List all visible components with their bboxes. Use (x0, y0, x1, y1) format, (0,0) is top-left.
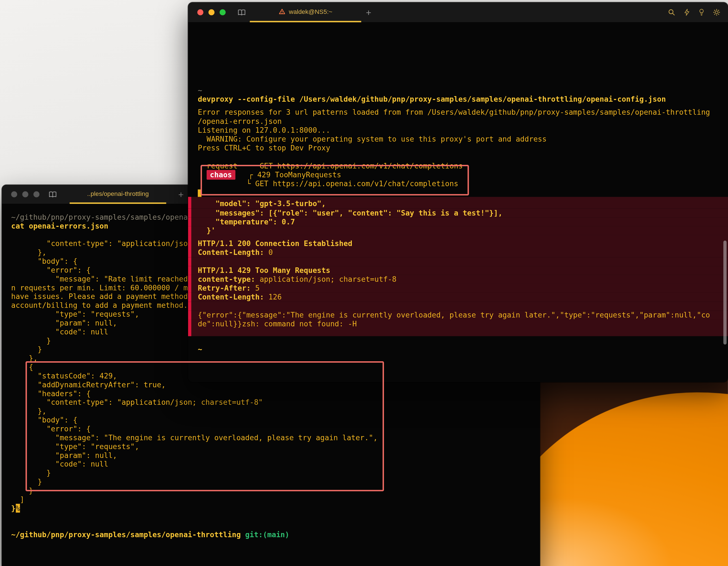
close-button[interactable] (11, 191, 17, 198)
tab-title: waldek@NS5:~ (289, 8, 332, 15)
terminal-line: de":null}}zsh: command not found: -H (188, 319, 728, 336)
zoom-button[interactable] (34, 191, 40, 198)
terminal-text: "messages": [{"role": "user", "content":… (198, 208, 503, 217)
terminal-text: } (11, 504, 16, 513)
terminal-line: Error responses for 3 url patterns loade… (198, 104, 719, 117)
terminal-text: ~ (198, 345, 202, 354)
annotation-rect-chaos (201, 165, 469, 196)
terminal-text: HTTP/1.1 429 Too Many Requests (198, 266, 330, 275)
terminal-line (188, 302, 728, 311)
book-icon[interactable] (48, 191, 57, 198)
terminal-line: Press CTRL+C to stop Dev Proxy (198, 144, 719, 152)
terminal-text: "temperature": 0.7 (198, 217, 295, 226)
terminal-text: /openai-errors.json (198, 117, 282, 126)
tab-openai-throttling[interactable]: ..ples/openai-throttling (70, 185, 166, 204)
new-tab-button[interactable]: + (178, 190, 184, 199)
terminal-line: HTTP/1.1 200 Connection Established (188, 235, 728, 248)
terminal-line (188, 257, 728, 266)
terminal-text: ~/github/pnp/proxy-samples/samples/opena… (11, 530, 241, 539)
terminal-text: application/json; charset=utf-8 (255, 275, 396, 284)
terminal-text: ~/github/pnp/proxy-samples/samples/opena… (11, 213, 210, 222)
terminal-line: }% (11, 504, 532, 513)
terminal-text: "error": { (11, 266, 91, 275)
terminal-line: Retry-After: 5 (188, 284, 728, 293)
terminal-text: 126 (264, 293, 282, 302)
tab-waldek-ns5[interactable]: waldek@NS5:~ (250, 2, 361, 22)
terminal-text: ] (11, 495, 24, 504)
minimize-button[interactable] (22, 191, 28, 198)
terminal-line: Listening on 127.0.0.1:8000... (198, 126, 719, 135)
terminal-text: }, (11, 248, 47, 257)
terminal-line (198, 152, 719, 161)
lightning-icon[interactable] (683, 8, 690, 16)
search-icon[interactable] (668, 8, 675, 16)
terminal-text: Content-Length: (198, 248, 264, 257)
terminal-text: 0 (264, 248, 273, 257)
terminal-line (198, 336, 719, 345)
terminal-text: "type": "requests", (11, 310, 139, 319)
tab-title: ..ples/openai-throttling (87, 190, 149, 197)
traffic-lights (11, 185, 39, 204)
terminal-line: ] (11, 495, 532, 504)
terminal-text: Press CTRL+C to stop Dev Proxy (198, 144, 330, 152)
bulb-icon[interactable] (698, 8, 705, 16)
book-icon[interactable] (237, 9, 246, 16)
terminal-text: HTTP/1.1 200 Connection Established (198, 239, 352, 248)
traffic-lights (197, 2, 225, 22)
terminal-text: Listening on 127.0.0.1:8000... (198, 126, 330, 135)
titlebar-tools (668, 2, 721, 22)
terminal-line: WARNING: Configure your operating system… (198, 135, 719, 144)
cursor: % (16, 504, 20, 513)
new-tab-button[interactable]: + (366, 8, 371, 17)
terminal-line: "messages": [{"role": "user", "content":… (188, 208, 728, 217)
terminal-line: ~ (198, 345, 719, 354)
annotation-rect-json (25, 361, 384, 491)
terminal-text: } (11, 345, 42, 354)
scrollbar-thumb[interactable] (723, 240, 727, 344)
terminal-text (241, 530, 245, 539)
terminal-line: HTTP/1.1 429 Too Many Requests (188, 266, 728, 275)
minimize-button[interactable] (209, 9, 215, 16)
terminal-line (11, 521, 532, 530)
close-button[interactable] (197, 9, 203, 16)
terminal-text: } (11, 336, 51, 345)
terminal-line: devproxy --config-file /Users/waldek/git… (198, 95, 719, 104)
terminal-text: {"error":{"message":"The engine is curre… (198, 311, 710, 319)
terminal-text: }' (198, 226, 216, 235)
terminal-line (11, 513, 532, 521)
terminal-line: Content-Length: 0 (188, 248, 728, 257)
terminal-text: n requests per min. Limit: 60.000000 / m (11, 283, 188, 292)
terminal-text: de":null}}zsh: command not found: -H (198, 319, 357, 328)
terminal-text: "code": null (11, 327, 108, 336)
terminal-line: Content-Length: 126 (188, 293, 728, 302)
terminal-text: WARNING: Configure your operating system… (198, 135, 547, 144)
gear-icon[interactable] (713, 8, 721, 16)
git-branch: git:(main) (245, 530, 289, 539)
terminal-line: content-type: application/json; charset=… (188, 275, 728, 284)
terminal-line: ~/github/pnp/proxy-samples/samples/opena… (11, 530, 532, 539)
terminal-text: Content-Length: (198, 293, 264, 302)
terminal-text: content-type: (198, 275, 255, 284)
terminal-text: "model": "gpt-3.5-turbo", (198, 199, 326, 208)
desktop: ..ples/openai-throttling + ~/github/pnp/… (0, 0, 728, 566)
titlebar-front[interactable]: waldek@NS5:~ + (188, 2, 728, 23)
terminal-line: {"error":{"message":"The engine is curre… (188, 311, 728, 319)
terminal-text: account/billing to add a payment method. (11, 301, 188, 310)
terminal-text: 5 (251, 284, 260, 293)
terminal-text: "param": null, (11, 319, 117, 327)
terminal-line: ~ (198, 86, 719, 95)
terminal-text: devproxy --config-file /Users/waldek/git… (198, 95, 666, 104)
warning-icon (279, 8, 286, 15)
terminal-text: "content-type": "application/jso (11, 239, 188, 248)
terminal-text: ~ (198, 86, 202, 95)
terminal-text: "message": "Rate limit reached (11, 275, 188, 283)
terminal-line: }' (188, 226, 728, 235)
terminal-text: Error responses for 3 url patterns loade… (198, 108, 710, 117)
terminal-text: "body": { (11, 257, 77, 266)
terminal-line: "temperature": 0.7 (188, 217, 728, 226)
terminal-text: have issues. Please add a payment method (11, 292, 188, 301)
zoom-button[interactable] (220, 9, 226, 16)
terminal-line: /openai-errors.json (198, 117, 719, 126)
terminal-text: Retry-After: (198, 284, 251, 293)
terminal-line: "model": "gpt-3.5-turbo", (188, 197, 728, 208)
